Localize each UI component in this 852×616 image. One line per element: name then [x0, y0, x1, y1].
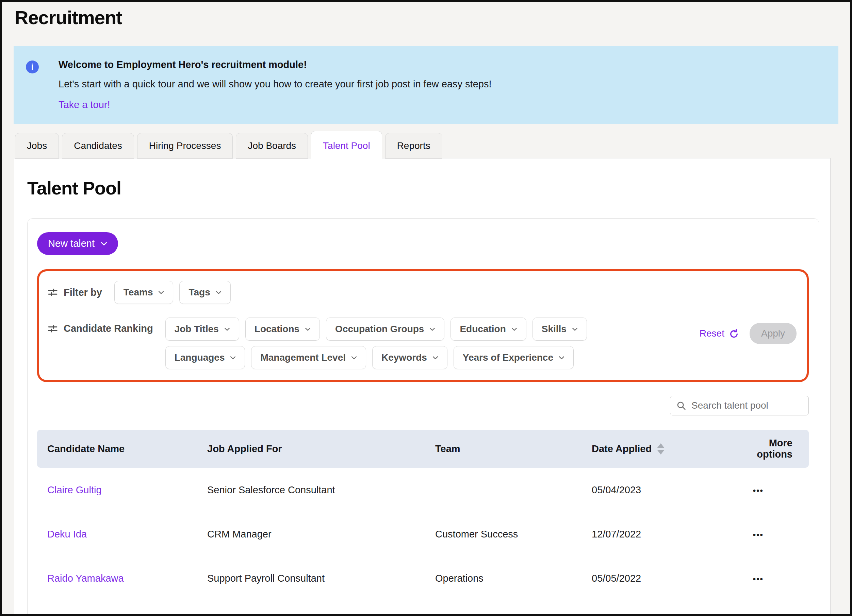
chevron-down-icon	[230, 356, 236, 360]
languages-dropdown[interactable]: Languages	[165, 346, 245, 369]
languages-label: Languages	[175, 352, 225, 363]
chevron-down-icon	[511, 327, 517, 331]
candidate-ranking-text: Candidate Ranking	[63, 323, 153, 334]
chevron-down-icon	[429, 327, 435, 331]
years-of-experience-dropdown[interactable]: Years of Experience	[453, 346, 574, 369]
team-cell: Customer Success	[435, 529, 592, 540]
talent-pool-card: New talent Filter by Teams	[27, 218, 819, 614]
talent-pool-heading: Talent Pool	[27, 178, 830, 199]
occupation-groups-label: Occupation Groups	[335, 324, 424, 334]
chevron-down-icon	[351, 356, 357, 360]
chevron-down-icon	[432, 356, 438, 360]
more-options-icon[interactable]: •••	[753, 574, 764, 584]
education-dropdown[interactable]: Education	[450, 318, 526, 340]
more-options-icon[interactable]: •••	[753, 486, 764, 496]
education-label: Education	[460, 324, 506, 334]
more-options-icon[interactable]: •••	[753, 530, 764, 539]
take-a-tour-link[interactable]: Take a tour!	[59, 99, 110, 110]
refresh-icon	[728, 328, 739, 339]
search-box	[670, 396, 809, 416]
job-applied-cell: CRM Manager	[207, 529, 435, 540]
team-cell: Operations	[435, 573, 592, 584]
job-titles-label: Job Titles	[175, 324, 219, 334]
banner-content: Welcome to Employment Hero's recruitment…	[59, 59, 825, 110]
sort-icon[interactable]	[657, 443, 665, 455]
tab-talent-pool[interactable]: Talent Pool	[311, 131, 382, 159]
sliders-icon	[47, 323, 58, 334]
recruitment-page: Recruitment i Welcome to Employment Hero…	[0, 0, 852, 616]
table-row: Deku Ida CRM Manager Customer Success 12…	[37, 512, 809, 556]
info-icon: i	[26, 60, 39, 74]
column-more-options: More options	[735, 438, 792, 460]
teams-label: Teams	[124, 287, 153, 298]
candidate-name-link[interactable]: Raido Yamakawa	[47, 573, 207, 584]
date-applied-label: Date Applied	[592, 443, 652, 455]
search-icon	[676, 401, 686, 411]
search-input[interactable]	[670, 396, 809, 416]
chevron-down-icon	[572, 327, 578, 331]
occupation-groups-dropdown[interactable]: Occupation Groups	[326, 318, 444, 340]
chevron-down-icon	[101, 242, 107, 246]
banner-title: Welcome to Employment Hero's recruitment…	[59, 59, 825, 70]
teams-dropdown[interactable]: Teams	[114, 281, 174, 304]
chevron-down-icon	[305, 327, 311, 331]
management-level-label: Management Level	[260, 352, 346, 363]
date-applied-cell: 05/04/2023	[592, 485, 735, 496]
skills-label: Skills	[542, 324, 566, 334]
filter-by-row: Filter by Teams Tags	[47, 281, 796, 304]
filter-highlight-region: Filter by Teams Tags	[37, 269, 809, 382]
filter-by-text: Filter by	[63, 287, 102, 298]
page-title: Recruitment	[15, 6, 850, 29]
tab-candidates[interactable]: Candidates	[62, 133, 134, 159]
date-applied-cell: 12/07/2022	[592, 529, 735, 540]
tags-dropdown[interactable]: Tags	[179, 281, 230, 304]
locations-label: Locations	[255, 324, 299, 334]
candidate-name-link[interactable]: Deku Ida	[47, 529, 207, 540]
sliders-icon	[47, 287, 58, 298]
job-applied-cell: Senior Salesforce Consultant	[207, 485, 435, 496]
candidate-ranking-row: Candidate Ranking Job Titles Locations O	[47, 318, 796, 369]
new-talent-button[interactable]: New talent	[37, 232, 118, 255]
reset-button[interactable]: Reset	[699, 328, 739, 339]
table-row: Claire Gultig Senior Salesforce Consulta…	[37, 468, 809, 512]
column-job-applied-for: Job Applied For	[207, 443, 435, 455]
column-candidate-name: Candidate Name	[47, 443, 207, 455]
job-applied-cell: Support Payroll Consultant	[207, 573, 435, 584]
welcome-banner: i Welcome to Employment Hero's recruitme…	[14, 46, 838, 124]
filter-by-chips: Teams Tags	[114, 281, 231, 304]
candidate-ranking-label: Candidate Ranking	[47, 318, 153, 334]
chevron-down-icon	[559, 356, 565, 360]
table-row: Raido Yamakawa Support Payroll Consultan…	[37, 556, 809, 600]
column-team: Team	[435, 443, 592, 455]
ranking-chips: Job Titles Locations Occupation Groups	[165, 318, 594, 369]
date-applied-cell: 05/05/2022	[592, 573, 735, 584]
tab-jobs[interactable]: Jobs	[15, 133, 59, 159]
tab-bar: Jobs Candidates Hiring Processes Job Boa…	[15, 131, 850, 158]
table-header: Candidate Name Job Applied For Team Date…	[37, 430, 809, 468]
apply-button[interactable]: Apply	[749, 323, 796, 344]
reset-label: Reset	[699, 328, 724, 339]
column-date-applied[interactable]: Date Applied	[592, 443, 735, 455]
tab-job-boards[interactable]: Job Boards	[236, 133, 308, 159]
candidate-name-link[interactable]: Claire Gultig	[47, 485, 207, 496]
years-of-experience-label: Years of Experience	[463, 352, 553, 363]
banner-body: Let's start with a quick tour and we wil…	[59, 78, 825, 90]
search-row	[37, 396, 809, 416]
management-level-dropdown[interactable]: Management Level	[251, 346, 366, 369]
skills-dropdown[interactable]: Skills	[533, 318, 587, 340]
talent-pool-table: Candidate Name Job Applied For Team Date…	[37, 430, 809, 614]
talent-pool-panel: Talent Pool New talent Filter by	[14, 158, 831, 614]
tab-hiring-processes[interactable]: Hiring Processes	[137, 133, 233, 159]
tags-label: Tags	[189, 287, 210, 298]
locations-dropdown[interactable]: Locations	[245, 318, 320, 340]
tab-reports[interactable]: Reports	[385, 133, 442, 159]
chevron-down-icon	[224, 327, 230, 331]
chevron-down-icon	[216, 291, 222, 294]
chevron-down-icon	[158, 291, 164, 294]
table-row: Jin Natsume CRM Manager Customer Success…	[37, 600, 809, 614]
filter-by-label: Filter by	[47, 287, 102, 298]
keywords-label: Keywords	[381, 352, 427, 363]
job-titles-dropdown[interactable]: Job Titles	[165, 318, 239, 340]
new-talent-label: New talent	[48, 238, 95, 249]
keywords-dropdown[interactable]: Keywords	[372, 346, 447, 369]
